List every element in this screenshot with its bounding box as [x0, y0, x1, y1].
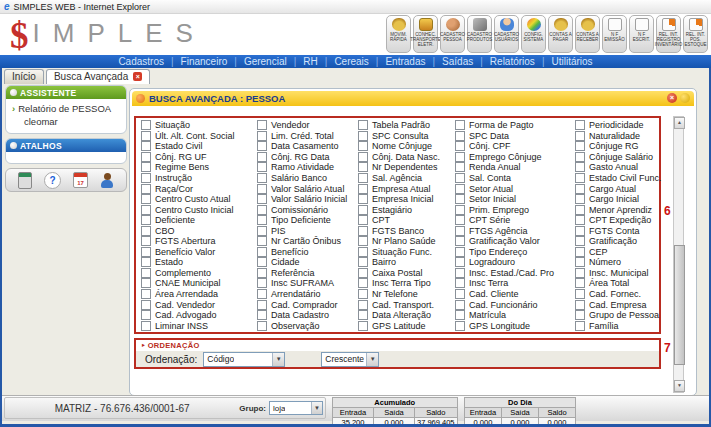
field-checkbox-item[interactable]: CNAE Municipal: [141, 278, 257, 289]
checkbox[interactable]: [575, 289, 585, 299]
checkbox[interactable]: [358, 226, 368, 236]
checkbox[interactable]: [575, 162, 585, 172]
field-checkbox-item[interactable]: Cônjuge RG: [575, 141, 657, 152]
panel-close-icon[interactable]: ×: [667, 93, 677, 103]
checkbox[interactable]: [455, 120, 465, 130]
field-checkbox-item[interactable]: Matrícula: [455, 310, 575, 321]
menu-item[interactable]: Gerencial: [227, 56, 286, 67]
field-checkbox-item[interactable]: Cônj. Data Nasc.: [358, 152, 455, 163]
checkbox[interactable]: [575, 184, 585, 194]
checkbox[interactable]: [455, 247, 465, 257]
checkbox[interactable]: [575, 194, 585, 204]
user-icon[interactable]: [100, 173, 114, 188]
field-checkbox-item[interactable]: Gratificação: [575, 236, 657, 247]
calendar-icon[interactable]: 17: [73, 172, 88, 188]
scrollbar-thumb[interactable]: [674, 245, 685, 365]
field-checkbox-item[interactable]: SPC Data: [455, 131, 575, 142]
tab-busca-avancada[interactable]: Busca Avançada ×: [46, 69, 150, 84]
field-checkbox-item[interactable]: Valor Salário Inicial: [257, 194, 358, 205]
field-checkbox-item[interactable]: Vendedor: [257, 120, 358, 131]
menu-item[interactable]: Financeiro: [164, 56, 227, 67]
field-checkbox-item[interactable]: Renda Anual: [455, 162, 575, 173]
field-checkbox-item[interactable]: Sal. Agência: [358, 173, 455, 184]
checkbox[interactable]: [257, 131, 267, 141]
field-checkbox-item[interactable]: Cidade: [257, 257, 358, 268]
field-checkbox-item[interactable]: Complemento: [141, 268, 257, 279]
checkbox[interactable]: [358, 173, 368, 183]
field-checkbox-item[interactable]: Cad. Vendedor: [141, 299, 257, 310]
assistente-link-relatorio-pessoa[interactable]: Relatório de PESSOA: [12, 103, 122, 114]
field-checkbox-item[interactable]: FTGS Agência: [455, 225, 575, 236]
field-checkbox-item[interactable]: Naturalidade: [575, 131, 657, 142]
calculator-icon[interactable]: [18, 172, 32, 189]
toolbar-button[interactable]: CONTAS A RECEBER: [575, 15, 600, 53]
field-checkbox-item[interactable]: Logradouro: [455, 257, 575, 268]
field-checkbox-item[interactable]: CPT Expedição: [575, 215, 657, 226]
field-checkbox-item[interactable]: Cad. Empresa: [575, 299, 657, 310]
field-checkbox-item[interactable]: Benefício Valor: [141, 247, 257, 258]
checkbox[interactable]: [455, 131, 465, 141]
checkbox[interactable]: [358, 289, 368, 299]
toolbar-button[interactable]: CADASTRO PRODUTOS: [467, 15, 492, 53]
menu-item[interactable]: Relatórios: [473, 56, 535, 67]
checkbox[interactable]: [575, 310, 585, 320]
checkbox[interactable]: [455, 226, 465, 236]
checkbox[interactable]: [358, 152, 368, 162]
checkbox[interactable]: [358, 236, 368, 246]
field-checkbox-item[interactable]: Caixa Postal: [358, 268, 455, 279]
field-checkbox-item[interactable]: Últ. Alt. Cont. Social: [141, 131, 257, 142]
checkbox[interactable]: [358, 141, 368, 151]
checkbox[interactable]: [455, 289, 465, 299]
field-checkbox-item[interactable]: Nr Dependentes: [358, 162, 455, 173]
checkbox[interactable]: [257, 321, 267, 331]
checkbox[interactable]: [141, 268, 151, 278]
checkbox[interactable]: [141, 194, 151, 204]
field-checkbox-item[interactable]: Sal. Conta: [455, 173, 575, 184]
vertical-scrollbar[interactable]: ▲ ▼: [673, 116, 684, 393]
checkbox[interactable]: [141, 257, 151, 267]
checkbox[interactable]: [455, 310, 465, 320]
field-checkbox-item[interactable]: CPT: [358, 215, 455, 226]
field-checkbox-item[interactable]: Comissionário: [257, 204, 358, 215]
checkbox[interactable]: [141, 310, 151, 320]
field-checkbox-item[interactable]: Prim. Emprego: [455, 204, 575, 215]
checkbox[interactable]: [575, 152, 585, 162]
checkbox[interactable]: [257, 257, 267, 267]
checkbox[interactable]: [358, 278, 368, 288]
checkbox[interactable]: [575, 226, 585, 236]
field-checkbox-item[interactable]: Tipo Endereço: [455, 247, 575, 258]
menu-item[interactable]: RH: [287, 56, 318, 67]
field-checkbox-item[interactable]: Nr Cartão Ônibus: [257, 236, 358, 247]
checkbox[interactable]: [455, 300, 465, 310]
checkbox[interactable]: [575, 236, 585, 246]
checkbox[interactable]: [257, 310, 267, 320]
field-checkbox-item[interactable]: Centro Custo Atual: [141, 194, 257, 205]
checkbox[interactable]: [575, 278, 585, 288]
field-checkbox-item[interactable]: Nr Telefone: [358, 289, 455, 300]
checkbox[interactable]: [575, 215, 585, 225]
checkbox[interactable]: [358, 120, 368, 130]
checkbox[interactable]: [575, 321, 585, 331]
field-checkbox-item[interactable]: Data Casamento: [257, 141, 358, 152]
checkbox[interactable]: [141, 321, 151, 331]
checkbox[interactable]: [575, 141, 585, 151]
tab-inicio[interactable]: Início: [4, 69, 44, 84]
field-checkbox-item[interactable]: Centro Custo Inicial: [141, 204, 257, 215]
checkbox[interactable]: [141, 141, 151, 151]
checkbox[interactable]: [358, 184, 368, 194]
toolbar-button[interactable]: CADASTRO USUÁRIOS: [494, 15, 519, 53]
checkbox[interactable]: [141, 173, 151, 183]
checkbox[interactable]: [575, 300, 585, 310]
field-checkbox-item[interactable]: Situação Func.: [358, 247, 455, 258]
checkbox[interactable]: [358, 247, 368, 257]
field-checkbox-item[interactable]: Área Total: [575, 278, 657, 289]
field-checkbox-item[interactable]: Liminar INSS: [141, 320, 257, 331]
checkbox[interactable]: [141, 278, 151, 288]
checkbox[interactable]: [455, 278, 465, 288]
checkbox[interactable]: [455, 194, 465, 204]
checkbox[interactable]: [141, 152, 151, 162]
checkbox[interactable]: [141, 184, 151, 194]
field-checkbox-item[interactable]: Cônjuge Salário: [575, 152, 657, 163]
checkbox[interactable]: [257, 247, 267, 257]
checkbox[interactable]: [257, 300, 267, 310]
